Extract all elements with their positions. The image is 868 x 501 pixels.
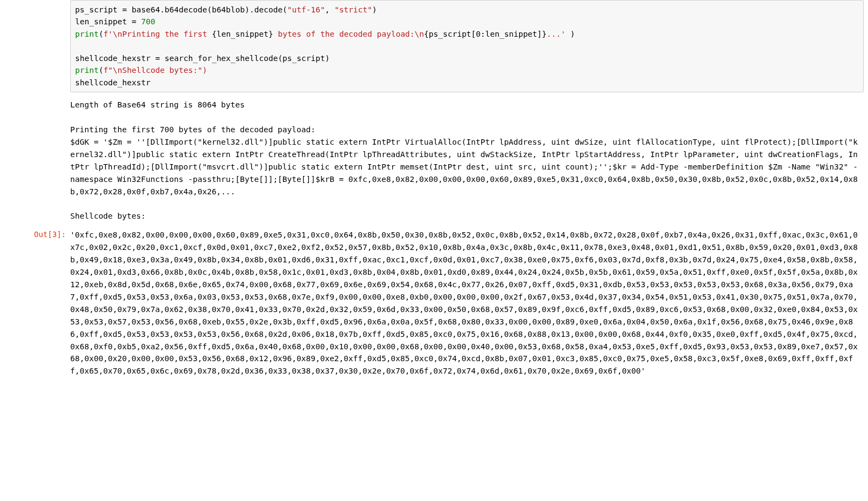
code-editor[interactable]: ps_script = base64.b64decode(b64blob).de… [70,0,864,92]
stdout-prompt [0,97,70,227]
output-text[interactable]: '0xfc,0xe8,0x82,0x00,0x00,0x00,0x60,0x89… [70,227,864,382]
code-line-6: shellcode_hexstr [75,78,151,87]
output-cell: Out[3]: '0xfc,0xe8,0x82,0x00,0x00,0x00,0… [0,227,868,382]
input-content: ps_script = base64.b64decode(b64blob).de… [70,0,868,97]
code-line-2: len_snippet = 700 [75,17,155,26]
code-line-5: print(f"\nShellcode bytes:") [75,66,207,75]
code-line-3: print(f'\nPrinting the first {len_snippe… [75,30,575,38]
stdout-text[interactable]: Length of Base64 string is 8064 bytes Pr… [70,97,864,227]
output-prompt: Out[3]: [0,227,70,382]
code-line-4: shellcode_hexstr = search_for_hex_shellc… [75,54,329,63]
input-prompt [0,0,70,97]
stdout-cell: Length of Base64 string is 8064 bytes Pr… [0,97,868,227]
jupyter-notebook: ps_script = base64.b64decode(b64blob).de… [0,0,868,501]
stdout-content: Length of Base64 string is 8064 bytes Pr… [70,97,868,227]
output-content: '0xfc,0xe8,0x82,0x00,0x00,0x00,0x60,0x89… [70,227,868,382]
code-line-1: ps_script = base64.b64decode(b64blob).de… [75,5,377,14]
input-cell: ps_script = base64.b64decode(b64blob).de… [0,0,868,97]
